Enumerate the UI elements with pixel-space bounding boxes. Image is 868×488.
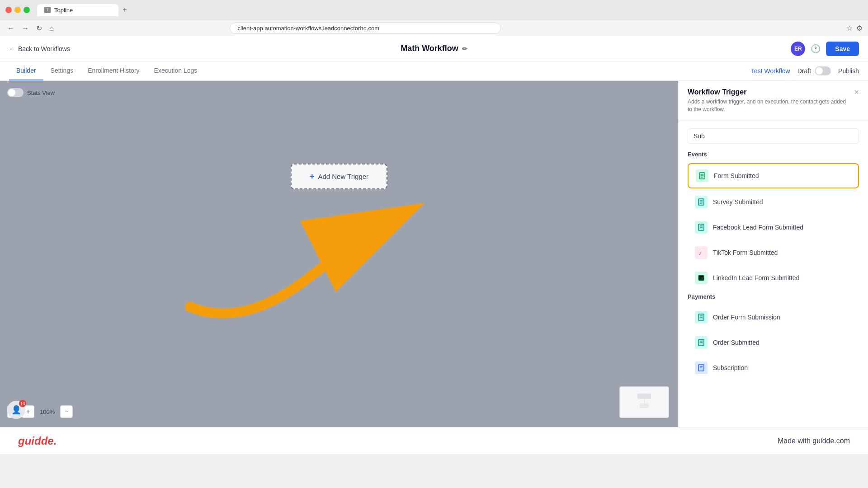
order-form-label: Order Form Submission [713,314,780,321]
tab-favicon: T [44,7,51,13]
fullscreen-traffic-light[interactable] [24,7,30,13]
clock-icon[interactable]: 🕐 [811,44,821,54]
form-submitted-label: Form Submitted [714,172,759,179]
traffic-lights [5,7,30,13]
add-trigger-label: Add New Trigger [318,173,368,180]
workflow-title-container: Math Workflow ✏ [401,44,467,53]
tiktok-form-label: TikTok Form Submitted [713,249,778,256]
tab-builder[interactable]: Builder [9,61,43,80]
zoom-level: 100% [36,408,58,415]
save-button[interactable]: Save [826,42,859,56]
tab-settings[interactable]: Settings [43,61,81,80]
draft-label: Draft [797,67,811,75]
app-header: ← Back to Workflows Math Workflow ✏ ER 🕐… [0,36,868,61]
connector-line-top [339,188,340,216]
minimap-svg [624,390,665,415]
event-item-facebook-form[interactable]: Facebook Lead Form Submitted [688,216,859,239]
avatar[interactable]: ER [791,42,805,56]
bottom-bar: guidde. Made with guidde.com [0,427,868,454]
draft-toggle-container: Draft Publish [797,66,859,75]
browser-actions: ☆ ⚙ [846,24,863,33]
zoom-out-button[interactable]: − [60,405,73,418]
svg-rect-1 [637,394,651,399]
address-bar[interactable]: client-app.automation-workflows.leadconn… [230,23,501,34]
guidde-logo: guidde. [18,435,57,447]
back-nav-button[interactable]: ← [5,23,16,34]
stats-view-label: Stats View [27,89,55,96]
user-presence-avatar: 👤 14 [7,401,25,419]
stats-toggle-knob [8,89,15,96]
events-section-label: Events [688,151,859,158]
plus-icon: + [310,172,315,181]
svg-rect-3 [640,404,649,408]
new-tab-button[interactable]: + [118,4,131,16]
minimize-traffic-light[interactable] [14,7,21,13]
event-item-order-submitted[interactable]: Order Submitted [688,331,859,354]
payments-section-label: Payments [688,293,859,300]
panel-header: Workflow Trigger Adds a workflow trigger… [679,81,868,121]
trigger-search-input[interactable] [688,128,859,144]
subscription-label: Subscription [713,364,748,371]
order-form-icon [695,311,708,324]
svg-text:in: in [699,276,703,281]
panel-body: Events Form Submitted [679,121,868,389]
linkedin-form-label: LinkedIn Lead Form Submitted [713,274,799,282]
bookmark-icon[interactable]: ☆ [846,24,853,33]
draft-publish-toggle[interactable] [815,66,831,75]
svg-text:♪: ♪ [698,250,701,256]
facebook-form-icon [695,221,708,234]
event-item-order-form[interactable]: Order Form Submission [688,305,859,329]
event-item-linkedin-form[interactable]: in LinkedIn Lead Form Submitted [688,266,859,290]
close-panel-button[interactable]: × [854,88,859,96]
tab-enrollment-history[interactable]: Enrollment History [80,61,146,80]
stats-view-container: Stats View [7,88,55,97]
nav-tabs: Builder Settings Enrollment History Exec… [0,61,868,81]
toggle-knob [816,67,823,75]
tiktok-form-icon: ♪ [695,246,708,259]
event-item-subscription[interactable]: Subscription [688,356,859,380]
connector-plus-button[interactable]: + [335,216,344,225]
order-submitted-icon [695,336,708,349]
edit-workflow-name-icon[interactable]: ✏ [462,45,467,52]
back-to-workflows-button[interactable]: ← Back to Workflows [9,45,70,52]
survey-submitted-label: Survey Submitted [713,198,763,206]
back-label: Back to Workflows [18,45,70,52]
event-item-form-submitted[interactable]: Form Submitted [688,163,859,188]
event-item-survey-submitted[interactable]: Survey Submitted [688,190,859,214]
linkedin-form-icon: in [695,272,708,284]
workflow-canvas[interactable]: Stats View + Add New Trigger + END [0,81,678,427]
home-button[interactable]: ⌂ [47,23,56,34]
back-arrow-icon: ← [9,45,15,52]
end-node: END [324,247,354,261]
forward-nav-button[interactable]: → [20,23,31,34]
tab-execution-logs[interactable]: Execution Logs [147,61,205,80]
survey-submitted-icon [695,196,708,208]
test-workflow-button[interactable]: Test Workflow [751,67,790,75]
facebook-form-label: Facebook Lead Form Submitted [713,224,803,231]
minimap [619,386,669,418]
panel-subtitle: Adds a workflow trigger, and on executio… [688,98,850,113]
tab-title: Topline [54,7,73,14]
publish-button[interactable]: Publish [838,67,859,75]
settings-icon[interactable]: ⚙ [856,24,863,33]
header-actions: ER 🕐 Save [791,42,859,56]
close-traffic-light[interactable] [5,7,12,13]
reload-button[interactable]: ↻ [34,22,44,34]
stats-view-toggle[interactable] [7,88,24,97]
browser-tab[interactable]: T Topline [37,4,118,16]
subscription-icon [695,361,708,374]
order-submitted-label: Order Submitted [713,339,760,346]
right-panel: Workflow Trigger Adds a workflow trigger… [678,81,868,427]
workflow-name: Math Workflow [401,44,458,53]
made-with-text: Made with guidde.com [778,437,850,445]
panel-title: Workflow Trigger [688,88,850,96]
add-trigger-button[interactable]: + Add New Trigger [291,164,387,189]
form-submitted-icon [696,169,708,182]
event-item-tiktok-form[interactable]: ♪ TikTok Form Submitted [688,241,859,264]
